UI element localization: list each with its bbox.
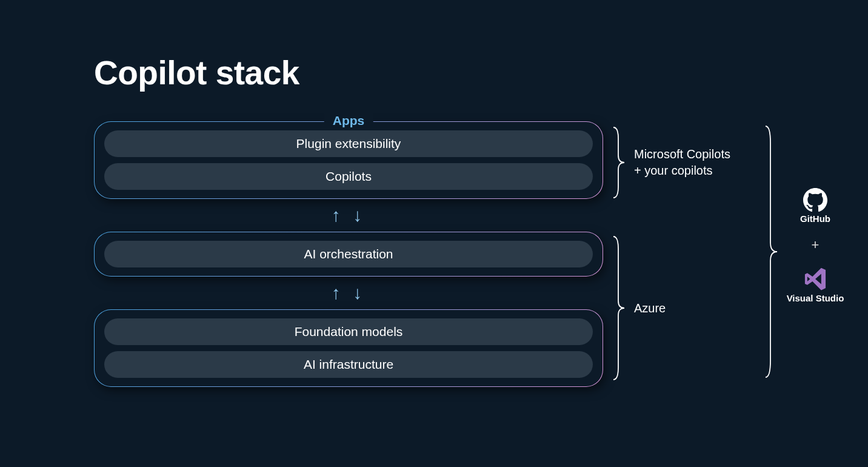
visual-studio-icon [803,266,828,292]
diagram-title: Copilot stack [94,53,299,92]
github-logo-block: GitHub [779,188,852,224]
bracket-copilots-text: Microsoft Copilots+ your copilots [634,146,730,179]
bracket-azure-text: Azure [634,300,666,317]
visual-studio-label: Visual Studio [787,293,844,303]
visual-studio-logo-block: Visual Studio [779,266,852,303]
stack-column: Apps Plugin extensibility Copilots ↑ ↓ A… [94,121,603,387]
layer-apps-label: Apps [324,113,373,128]
brace-icon [764,124,778,379]
layer-orchestration: AI orchestration [94,232,603,277]
brace-icon [612,235,626,381]
pill-ai-orchestration: AI orchestration [104,241,593,267]
plus-icon: + [779,237,852,253]
pill-copilots: Copilots [104,163,593,190]
bracket-copilots: Microsoft Copilots+ your copilots [612,126,730,199]
pill-ai-infrastructure: AI infrastructure [104,351,593,378]
layer-apps: Apps Plugin extensibility Copilots [94,121,603,199]
brace-icon [612,126,626,199]
bracket-tools [764,124,778,381]
tools-column: GitHub + Visual Studio [779,188,852,303]
pill-plugin-extensibility: Plugin extensibility [104,130,593,157]
arrows-icon: ↑ ↓ [94,284,603,302]
github-icon [803,188,827,212]
layer-foundation: Foundation models AI infrastructure [94,309,603,387]
github-label: GitHub [800,213,830,224]
arrows-icon: ↑ ↓ [94,206,603,224]
pill-foundation-models: Foundation models [104,318,593,345]
bracket-azure: Azure [612,235,666,381]
